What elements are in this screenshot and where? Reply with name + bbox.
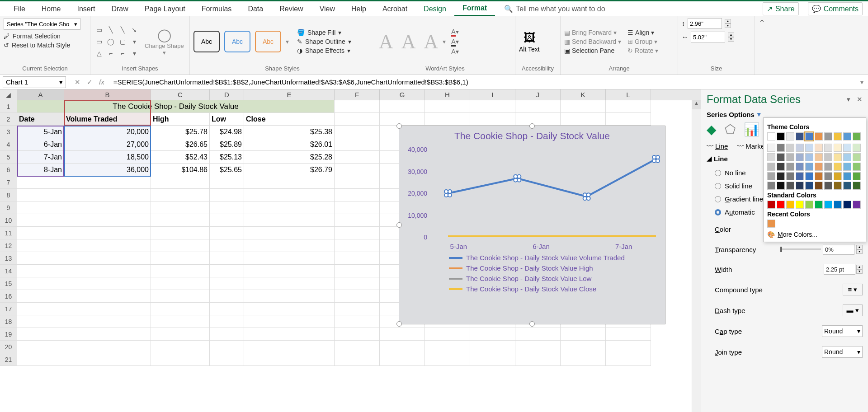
cell[interactable] <box>606 100 651 113</box>
chart-handle[interactable] <box>396 123 402 129</box>
cell[interactable] <box>17 214 64 227</box>
menu-file[interactable]: File <box>5 1 33 16</box>
cell[interactable] <box>244 328 335 341</box>
row-header[interactable]: 11 <box>0 227 17 239</box>
cell[interactable] <box>17 227 64 239</box>
color-swatch[interactable] <box>805 163 813 171</box>
cell[interactable] <box>244 239 335 252</box>
color-swatch[interactable] <box>834 182 842 190</box>
cell[interactable]: $25.38 <box>244 126 335 138</box>
row-header[interactable]: 4 <box>0 138 17 151</box>
height-input[interactable] <box>688 18 722 29</box>
cell-h-low[interactable]: Low <box>210 113 244 126</box>
selection-pane-button[interactable]: ▣Selection Pane <box>564 47 621 54</box>
transparency-input[interactable] <box>823 244 854 255</box>
cell[interactable] <box>64 353 151 366</box>
color-swatch[interactable] <box>834 163 842 171</box>
cell[interactable] <box>470 353 515 366</box>
color-swatch[interactable] <box>815 172 823 180</box>
color-swatch[interactable] <box>796 153 804 161</box>
color-swatch[interactable] <box>805 144 813 152</box>
row-header[interactable]: 10 <box>0 214 17 227</box>
cell[interactable] <box>17 189 64 201</box>
cell[interactable] <box>335 227 380 239</box>
cell[interactable] <box>335 151 380 164</box>
color-swatch[interactable] <box>834 201 842 209</box>
cell[interactable] <box>151 176 210 189</box>
cell[interactable] <box>151 290 210 303</box>
dash-type-button[interactable]: ▬ ▾ <box>843 304 863 316</box>
color-swatch[interactable] <box>777 132 785 140</box>
color-swatch[interactable] <box>805 132 813 140</box>
cell[interactable] <box>335 277 380 290</box>
cell[interactable] <box>17 315 64 328</box>
height-up[interactable]: ▲ <box>725 19 731 23</box>
row-header[interactable]: 17 <box>0 303 17 315</box>
style-abc-3[interactable]: Abc <box>255 31 281 52</box>
cell[interactable] <box>17 328 64 341</box>
color-swatch[interactable] <box>815 132 823 140</box>
more-colors-button[interactable]: 🎨More Colors... <box>767 229 862 238</box>
embedded-chart[interactable]: The Cookie Shop - Daily Stock Value 40,0… <box>399 126 665 324</box>
color-swatch[interactable] <box>824 153 832 161</box>
color-swatch[interactable] <box>815 144 823 152</box>
row-header[interactable]: 21 <box>0 353 17 366</box>
cell[interactable] <box>606 353 651 366</box>
rotate-button[interactable]: ↻Rotate▾ <box>627 47 658 54</box>
shape-l-icon[interactable]: ⌐ <box>106 48 116 58</box>
color-swatch[interactable] <box>834 153 842 161</box>
chart-element-dropdown[interactable]: Series "The Cookie Sho ▾ <box>4 18 80 30</box>
menu-draw[interactable]: Draw <box>103 1 136 16</box>
cell[interactable] <box>210 315 244 328</box>
group-button[interactable]: ⊞Group▾ <box>627 38 658 45</box>
col-header-A[interactable]: A <box>17 89 64 100</box>
cell[interactable] <box>17 176 64 189</box>
row-header[interactable]: 6 <box>0 164 17 176</box>
color-swatch[interactable] <box>786 163 794 171</box>
cell[interactable] <box>17 341 64 353</box>
row-header-2[interactable]: 2 <box>0 113 17 126</box>
bring-forward-button[interactable]: ▤Bring Forward▾ <box>564 29 621 36</box>
cell[interactable] <box>64 189 151 201</box>
cell[interactable] <box>244 189 335 201</box>
style-abc-2[interactable]: Abc <box>224 31 250 52</box>
cell[interactable] <box>210 277 244 290</box>
col-header-C[interactable]: C <box>151 89 210 100</box>
cell[interactable] <box>151 227 210 239</box>
cell[interactable] <box>210 265 244 277</box>
shape-z-icon[interactable]: ⌐ <box>118 48 127 58</box>
chart-legend[interactable]: The Cookie Shop - Daily Stock Value Volu… <box>399 250 665 293</box>
cell[interactable] <box>17 277 64 290</box>
cell[interactable] <box>561 113 606 126</box>
marker-subtab[interactable]: 〰Marker <box>737 142 767 150</box>
cell[interactable] <box>244 277 335 290</box>
pane-close-icon[interactable]: ✕ <box>857 95 863 103</box>
cell[interactable]: $26.79 <box>244 164 335 176</box>
shape-style-gallery[interactable]: Abc Abc Abc <box>193 31 281 52</box>
cell[interactable]: 27,000 <box>64 138 151 151</box>
wordart-a2[interactable]: A <box>401 30 416 53</box>
color-swatch[interactable] <box>824 182 832 190</box>
cell[interactable] <box>210 189 244 201</box>
shape-rect-icon[interactable]: ▭ <box>94 37 104 47</box>
cell[interactable] <box>335 201 380 214</box>
menu-acrobat[interactable]: Acrobat <box>374 1 415 16</box>
comments-button[interactable]: 💬 Comments <box>808 2 863 15</box>
color-swatch[interactable] <box>843 182 851 190</box>
cell[interactable] <box>606 113 651 126</box>
row-header[interactable]: 20 <box>0 341 17 353</box>
menu-page-layout[interactable]: Page Layout <box>137 1 193 16</box>
cell[interactable] <box>210 252 244 265</box>
cell[interactable] <box>335 176 380 189</box>
cell[interactable] <box>151 252 210 265</box>
cell[interactable] <box>335 113 380 126</box>
menu-data[interactable]: Data <box>240 1 271 16</box>
color-swatch[interactable] <box>815 182 823 190</box>
cell[interactable] <box>425 353 470 366</box>
color-swatch[interactable] <box>843 132 851 140</box>
color-swatch[interactable] <box>767 172 775 180</box>
series-tab-icon[interactable]: 📊 <box>744 122 760 137</box>
cell[interactable] <box>210 353 244 366</box>
transp-down[interactable]: ▼ <box>856 249 863 254</box>
row-header[interactable]: 18 <box>0 315 17 328</box>
